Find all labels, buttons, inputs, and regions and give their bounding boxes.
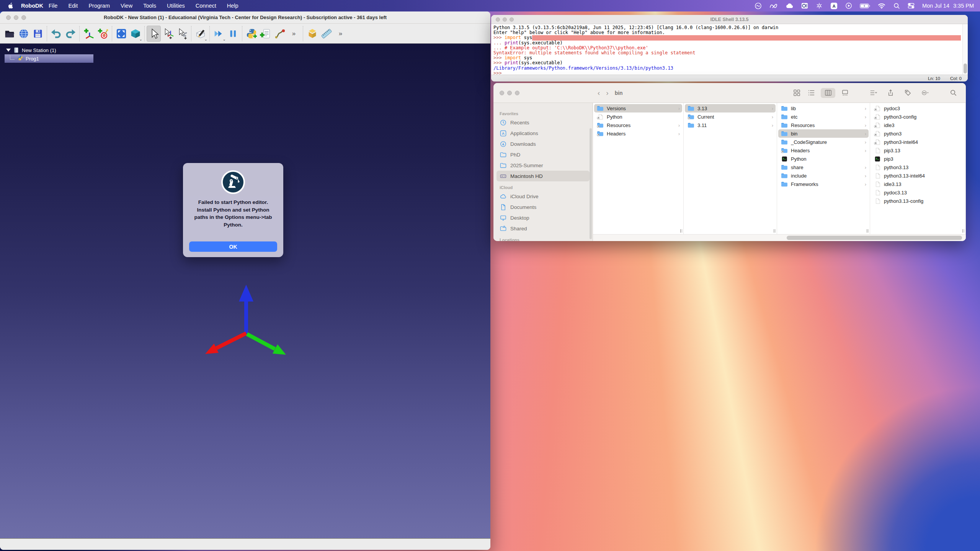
file-item-idle3-13[interactable]: idle3.13 bbox=[871, 180, 964, 188]
open-online-library-button[interactable] bbox=[16, 26, 31, 42]
menu-tools[interactable]: Tools bbox=[138, 0, 162, 11]
close-button[interactable] bbox=[500, 91, 504, 95]
apple-menu-icon[interactable] bbox=[8, 2, 13, 9]
file-item-resources[interactable]: Resources› bbox=[594, 121, 682, 129]
tree-item-station[interactable]: New Station (1) bbox=[3, 46, 93, 54]
file-item-include[interactable]: include› bbox=[778, 171, 869, 180]
post-processor-button[interactable] bbox=[305, 26, 319, 42]
undo-button[interactable] bbox=[49, 26, 63, 42]
menu-view[interactable]: View bbox=[115, 0, 138, 11]
zoom-button[interactable] bbox=[21, 15, 26, 20]
move-robot-button[interactable] bbox=[175, 26, 189, 42]
tags-button[interactable] bbox=[903, 88, 913, 98]
close-button[interactable] bbox=[6, 15, 11, 20]
file-item-3-11[interactable]: 3.11› bbox=[685, 121, 776, 129]
file-item-pydoc3-13[interactable]: pydoc3.13 bbox=[871, 188, 964, 197]
add-target-button[interactable] bbox=[96, 26, 110, 42]
menu-utilities[interactable]: Utilities bbox=[162, 0, 190, 11]
file-item-python[interactable]: Python bbox=[778, 155, 869, 163]
spotlight-icon[interactable] bbox=[893, 2, 900, 10]
redo-button[interactable] bbox=[63, 26, 77, 42]
list-view-button[interactable] bbox=[806, 88, 816, 98]
add-program-button[interactable] bbox=[258, 26, 273, 42]
openai-icon[interactable] bbox=[816, 2, 823, 10]
icon-view-button[interactable] bbox=[792, 88, 802, 98]
robodk-titlebar[interactable]: RoboDK - New Station (1) - Educational (… bbox=[0, 11, 490, 24]
add-reference-frame-button[interactable] bbox=[82, 26, 96, 42]
more-button[interactable] bbox=[920, 88, 930, 98]
active-app-menu[interactable]: RoboDK bbox=[21, 3, 43, 9]
file-item-python3-intel64[interactable]: python3-intel64 bbox=[871, 138, 964, 146]
menu-help[interactable]: Help bbox=[222, 0, 244, 11]
sidebar-item-desktop[interactable]: Desktop bbox=[497, 212, 590, 223]
sidebar-item-documents[interactable]: Documents bbox=[497, 202, 590, 212]
file-item-bin[interactable]: bin› bbox=[778, 129, 869, 138]
minimize-button[interactable] bbox=[507, 91, 512, 95]
sidebar-item-icloud-drive[interactable]: iCloud Drive bbox=[497, 191, 590, 202]
outlook-icon[interactable] bbox=[801, 2, 808, 10]
gallery-view-button[interactable] bbox=[840, 88, 850, 98]
dropdown-caret-icon[interactable]: ⌄ bbox=[223, 38, 226, 41]
onedrive-icon[interactable] bbox=[785, 2, 794, 10]
finder-hscrollbar-thumb[interactable] bbox=[787, 236, 962, 240]
minimize-button[interactable] bbox=[503, 17, 507, 21]
file-item-3-13[interactable]: 3.13› bbox=[685, 104, 776, 112]
file-item-lib[interactable]: lib› bbox=[778, 104, 869, 112]
sidebar-item-recents[interactable]: Recents bbox=[497, 117, 590, 128]
column-view-button[interactable] bbox=[821, 88, 835, 98]
file-item-frameworks[interactable]: Frameworks› bbox=[778, 180, 869, 188]
file-item-current[interactable]: Current› bbox=[685, 112, 776, 121]
column-resize-handle[interactable] bbox=[867, 229, 869, 233]
file-item-etc[interactable]: etc› bbox=[778, 112, 869, 121]
file-item-python3-13-config[interactable]: python3.13-config bbox=[871, 197, 964, 205]
now-playing-icon[interactable] bbox=[845, 2, 852, 10]
input-source-icon[interactable]: A bbox=[830, 2, 838, 10]
menu-edit[interactable]: Edit bbox=[63, 0, 83, 11]
tree-item-program-selected[interactable]: Prog1 bbox=[5, 54, 93, 63]
file-item-idle3[interactable]: idle3 bbox=[871, 121, 964, 129]
creative-cloud-icon[interactable] bbox=[755, 2, 762, 10]
toolbar-overflow-1-button[interactable]: » bbox=[287, 26, 301, 42]
sidebar-item-shared[interactable]: Shared bbox=[497, 223, 590, 234]
select-cursor-button[interactable] bbox=[147, 26, 161, 42]
wifi-icon[interactable] bbox=[878, 2, 885, 10]
run-simulation-button[interactable]: ⌄ bbox=[212, 26, 226, 42]
file-item-resources[interactable]: Resources› bbox=[778, 121, 869, 129]
dropdown-caret-icon[interactable]: ⌄ bbox=[139, 38, 142, 41]
forward-button[interactable]: › bbox=[606, 89, 608, 97]
add-python-program-button[interactable] bbox=[244, 26, 258, 42]
menu-bar-clock[interactable]: Mon Jul 14 3:35 PM bbox=[922, 3, 974, 9]
move-reference-button[interactable] bbox=[161, 26, 175, 42]
isometric-view-button[interactable]: ⌄ bbox=[128, 26, 142, 42]
file-item-pydoc3[interactable]: pydoc3 bbox=[871, 104, 964, 112]
shell-output[interactable]: Python 3.13.5 (v3.13.5:6cb20a219a8, Jun … bbox=[491, 24, 968, 75]
tree-expand-caret[interactable] bbox=[6, 49, 11, 52]
share-button[interactable] bbox=[885, 88, 895, 98]
column-resize-handle[interactable] bbox=[962, 229, 964, 233]
measure-tool-button[interactable] bbox=[319, 26, 333, 42]
back-button[interactable]: ‹ bbox=[598, 89, 600, 97]
file-item-pip3-13[interactable]: pip3.13 bbox=[871, 146, 964, 155]
idle-scrollbar-thumb[interactable] bbox=[964, 64, 967, 73]
pause-simulation-button[interactable] bbox=[226, 26, 240, 42]
file-item-share[interactable]: share› bbox=[778, 163, 869, 171]
search-icon[interactable] bbox=[948, 88, 958, 98]
sidebar-scrollbar-thumb[interactable] bbox=[590, 128, 592, 239]
sidebar-item-phd[interactable]: PhD bbox=[497, 149, 590, 160]
group-button[interactable] bbox=[868, 88, 878, 98]
draw-surface-button[interactable]: ⌄ bbox=[193, 26, 207, 42]
menu-connect[interactable]: Connect bbox=[190, 0, 222, 11]
zoom-button[interactable] bbox=[515, 91, 519, 95]
sidebar-item-2025-summer[interactable]: 2025-Summer bbox=[497, 160, 590, 171]
open-station-button[interactable] bbox=[2, 26, 16, 42]
menu-file[interactable]: File bbox=[43, 0, 63, 11]
file-item-python3-13-intel64[interactable]: python3.13-intel64 bbox=[871, 171, 964, 180]
zoom-button[interactable] bbox=[510, 17, 514, 21]
file-item-python3-config[interactable]: python3-config bbox=[871, 112, 964, 121]
column-resize-handle[interactable] bbox=[680, 229, 682, 233]
file-item-versions[interactable]: Versions› bbox=[594, 104, 682, 112]
control-center-icon[interactable] bbox=[908, 2, 915, 10]
file-item--codesignature[interactable]: _CodeSignature› bbox=[778, 138, 869, 146]
file-item-headers[interactable]: Headers› bbox=[778, 146, 869, 155]
fit-all-button[interactable] bbox=[114, 26, 128, 42]
